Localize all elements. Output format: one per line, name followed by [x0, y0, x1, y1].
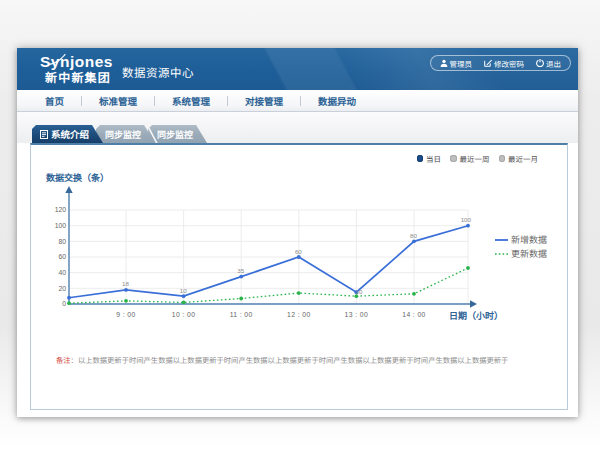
svg-text:100: 100: [55, 220, 67, 230]
tab-sync-monitor-1[interactable]: 同步监控: [96, 125, 155, 143]
svg-text:80: 80: [58, 236, 66, 246]
nav-item-interface-mgmt[interactable]: 对接管理: [245, 94, 283, 108]
svg-text:100: 100: [461, 215, 472, 224]
nav-separator: [300, 96, 301, 106]
power-icon: [536, 59, 544, 67]
nav-item-standard-mgmt[interactable]: 标准管理: [99, 94, 137, 108]
svg-text:20: 20: [58, 283, 66, 293]
nav-item-home[interactable]: 首页: [45, 94, 64, 108]
app-title: 数据资源中心: [122, 64, 194, 80]
radio-unselected-icon: [450, 155, 457, 162]
footnote-prefix: 备注: [56, 355, 71, 365]
app-header: Synjones 新中新集团 数据资源中心 管理员 修改密码 退出: [17, 48, 578, 90]
svg-text:0: 0: [62, 298, 66, 308]
svg-text:10: 10: [180, 286, 187, 295]
radio-selected-icon: [417, 155, 424, 162]
svg-text:120: 120: [55, 204, 67, 214]
svg-text:18: 18: [122, 279, 129, 288]
main-window: Synjones 新中新集团 数据资源中心 管理员 修改密码 退出 首页 标准管…: [17, 48, 578, 417]
svg-text:14 : 00: 14 : 00: [402, 309, 426, 319]
logo-swoosh-icon: [48, 54, 66, 66]
svg-text:9 : 00: 9 : 00: [116, 309, 135, 319]
document-icon: [40, 130, 48, 139]
svg-text:35: 35: [237, 266, 244, 275]
logo-text-en: Synjones: [40, 54, 113, 69]
svg-text:新增数据: 新增数据: [511, 233, 547, 246]
nav-separator: [81, 96, 82, 106]
tab-sync-monitor-2[interactable]: 同步监控: [148, 125, 207, 143]
footnote-text: ：以上数据更新于时间产生数据以上数据更新于时间产生数据以上数据更新于时间产生数据…: [71, 355, 509, 365]
svg-text:60: 60: [58, 251, 66, 261]
footnote: 备注：以上数据更新于时间产生数据以上数据更新于时间产生数据以上数据更新于时间产生…: [56, 355, 508, 365]
radio-last-month[interactable]: 最近一月: [499, 153, 539, 164]
svg-text:13 : 00: 13 : 00: [345, 309, 369, 319]
user-icon: [440, 59, 448, 67]
svg-text:12 : 00: 12 : 00: [287, 309, 311, 319]
logo: Synjones 新中新集团: [40, 54, 113, 83]
chart-panel: 0204060801001209 : 0010 : 0011 : 0012 : …: [30, 143, 568, 410]
tab-system-intro[interactable]: 系统介绍: [32, 125, 103, 143]
user-menu: 管理员 修改密码 退出: [430, 55, 572, 71]
nav-item-system-mgmt[interactable]: 系统管理: [172, 94, 210, 108]
radio-unselected-icon: [499, 155, 506, 162]
svg-text:数据交换（条）: 数据交换（条）: [45, 171, 109, 184]
user-menu-admin[interactable]: 管理员: [440, 58, 473, 69]
svg-text:日期（小时）: 日期（小时）: [449, 309, 503, 322]
nav-separator: [227, 96, 228, 106]
edit-icon: [484, 59, 492, 67]
tab-strip: 系统介绍 同步监控 同步监控: [17, 112, 578, 143]
svg-text:更新数据: 更新数据: [511, 247, 547, 260]
radio-last-week[interactable]: 最近一周: [450, 153, 490, 164]
svg-text:11 : 00: 11 : 00: [230, 309, 253, 319]
svg-text:10 : 00: 10 : 00: [172, 309, 196, 319]
logo-text-cn: 新中新集团: [45, 70, 113, 83]
svg-text:60: 60: [295, 247, 302, 256]
change-password-button[interactable]: 修改密码: [484, 58, 524, 69]
radio-today[interactable]: 当日: [417, 153, 442, 164]
main-nav: 首页 标准管理 系统管理 对接管理 数据异动: [17, 90, 578, 112]
svg-text:40: 40: [58, 267, 66, 277]
line-chart: 0204060801001209 : 0010 : 0011 : 0012 : …: [31, 145, 569, 412]
svg-text:10: 10: [356, 287, 363, 296]
nav-item-data-change[interactable]: 数据异动: [318, 94, 356, 108]
svg-text:80: 80: [410, 231, 417, 240]
period-filter: 当日 最近一周 最近一月: [417, 153, 539, 164]
nav-separator: [154, 96, 155, 106]
logout-button[interactable]: 退出: [536, 58, 561, 69]
